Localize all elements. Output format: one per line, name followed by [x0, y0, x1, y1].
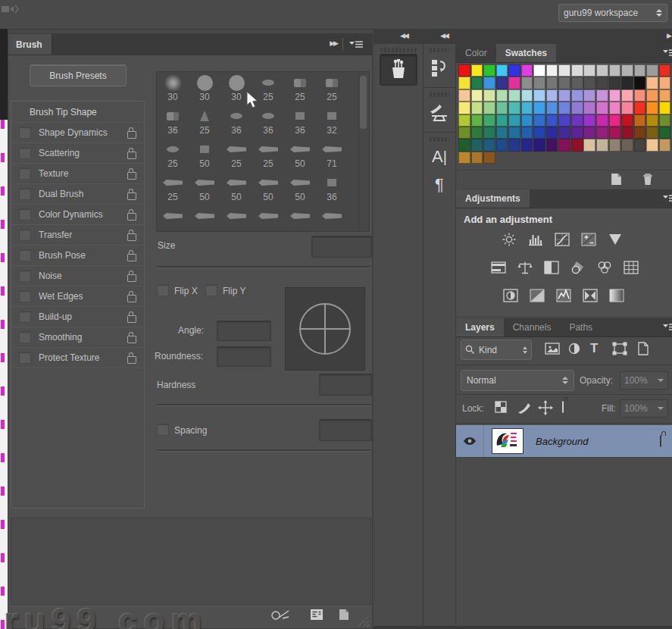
color-swatch[interactable] [571, 114, 583, 127]
color-swatch[interactable] [646, 102, 658, 114]
color-swatch[interactable] [583, 114, 595, 127]
color-swatch[interactable] [621, 77, 633, 89]
color-swatch[interactable] [533, 77, 545, 89]
option-checkbox[interactable] [19, 331, 31, 343]
color-swatch[interactable] [521, 127, 533, 139]
color-swatch[interactable] [508, 64, 520, 77]
color-swatch[interactable] [621, 114, 633, 127]
color-swatch[interactable] [659, 64, 671, 77]
lock-icon[interactable] [127, 295, 136, 302]
vibrance-icon[interactable] [606, 231, 624, 247]
color-swatch[interactable] [471, 102, 483, 114]
brightness-contrast-icon[interactable] [500, 231, 518, 247]
threshold-icon[interactable] [555, 287, 573, 303]
tab-brush[interactable]: Brush [8, 34, 52, 55]
color-swatch[interactable] [621, 127, 633, 139]
flip-y-checkbox[interactable] [205, 284, 217, 296]
brush-preset[interactable]: 25 [284, 72, 316, 105]
color-swatch[interactable] [571, 102, 583, 114]
color-swatch[interactable] [659, 77, 671, 89]
brush-preset[interactable] [220, 205, 252, 232]
color-swatch[interactable] [634, 77, 646, 89]
roundness-input[interactable] [217, 346, 271, 367]
color-swatch[interactable] [471, 89, 483, 102]
brush-preset[interactable]: 71 [316, 139, 348, 172]
lock-icon[interactable] [127, 152, 136, 159]
lock-icon[interactable] [127, 315, 136, 323]
brush-preset[interactable]: 30 [220, 72, 252, 105]
color-lookup-icon[interactable] [622, 259, 640, 275]
filter-shape-layers-icon[interactable] [611, 341, 628, 356]
color-swatch[interactable] [521, 77, 533, 89]
color-swatch[interactable] [609, 77, 621, 89]
lock-icon[interactable] [127, 233, 136, 241]
color-swatch[interactable] [583, 64, 595, 77]
color-swatch[interactable] [583, 102, 595, 114]
color-swatch[interactable] [659, 139, 671, 151]
layer-filter-kind-dropdown[interactable]: Kind [461, 340, 532, 360]
color-swatch[interactable] [558, 89, 570, 102]
option-checkbox[interactable] [19, 249, 31, 261]
option-checkbox[interactable] [19, 147, 31, 159]
character-panel-icon[interactable]: A| [427, 143, 452, 171]
panel-menu-icon[interactable] [663, 194, 672, 203]
color-swatch[interactable] [496, 114, 508, 127]
color-swatch[interactable] [609, 139, 621, 151]
color-swatch[interactable] [508, 77, 520, 89]
color-swatch[interactable] [496, 89, 508, 102]
color-swatch[interactable] [533, 89, 545, 102]
new-brush-icon[interactable] [338, 609, 350, 621]
color-swatch[interactable] [483, 89, 495, 102]
color-swatch[interactable] [596, 139, 608, 151]
lock-icon[interactable] [127, 274, 136, 282]
color-swatch[interactable] [546, 127, 558, 139]
angle-input[interactable] [217, 321, 271, 341]
color-swatch[interactable] [596, 114, 608, 127]
color-swatch[interactable] [508, 89, 520, 102]
color-swatch[interactable] [571, 64, 583, 77]
color-swatch[interactable] [483, 64, 495, 77]
lock-icon[interactable] [127, 356, 136, 364]
color-swatch[interactable] [483, 77, 495, 89]
option-checkbox[interactable] [19, 311, 31, 323]
brush-preset-grid[interactable]: 3030302525253625363636322550252550712550… [156, 71, 370, 232]
color-swatch[interactable] [621, 102, 633, 114]
brush-preset[interactable]: 30 [189, 72, 220, 105]
option-checkbox[interactable] [19, 270, 31, 282]
layer-row-background[interactable]: Background [456, 425, 672, 457]
brush-preset[interactable]: 36 [316, 172, 348, 205]
option-checkbox[interactable] [19, 208, 31, 221]
color-swatch[interactable] [496, 139, 508, 151]
new-swatch-icon[interactable] [610, 173, 623, 186]
option-checkbox[interactable] [19, 290, 31, 302]
color-swatch[interactable] [533, 102, 545, 114]
flip-x-checkbox[interactable] [157, 284, 169, 296]
color-swatch[interactable] [533, 114, 545, 127]
color-swatch[interactable] [483, 127, 495, 139]
expand-dock-icon[interactable]: ▶ [667, 32, 670, 39]
curves-icon[interactable] [553, 231, 571, 247]
brush-option-noise[interactable]: Noise [11, 266, 144, 286]
brush-preset[interactable]: 25 [252, 72, 284, 105]
color-swatch[interactable] [458, 77, 470, 89]
color-swatch[interactable] [659, 114, 671, 127]
paragraph-panel-icon[interactable]: ¶ [427, 172, 452, 198]
brush-option-scattering[interactable]: Scattering [11, 143, 144, 164]
workspace-selector[interactable]: guru99 workspace [558, 4, 667, 22]
brush-preset[interactable]: 50 [252, 172, 284, 205]
color-swatch[interactable] [458, 114, 470, 127]
brush-option-protect-texture[interactable]: Protect Texture [11, 348, 144, 368]
brush-preset[interactable] [316, 205, 348, 232]
color-swatch[interactable] [634, 114, 646, 127]
tab-paths[interactable]: Paths [560, 318, 602, 336]
color-swatch[interactable] [609, 89, 621, 102]
layer-name[interactable]: Background [536, 436, 660, 447]
brush-preset[interactable]: 25 [220, 139, 252, 172]
brush-option-transfer[interactable]: Transfer [11, 225, 144, 246]
color-swatch[interactable] [558, 127, 570, 139]
color-swatch[interactable] [583, 127, 595, 139]
brush-preset[interactable]: 50 [189, 139, 220, 172]
color-swatch[interactable] [596, 64, 608, 77]
brush-preset[interactable]: 50 [220, 172, 252, 205]
layer-thumbnail[interactable] [492, 428, 524, 454]
